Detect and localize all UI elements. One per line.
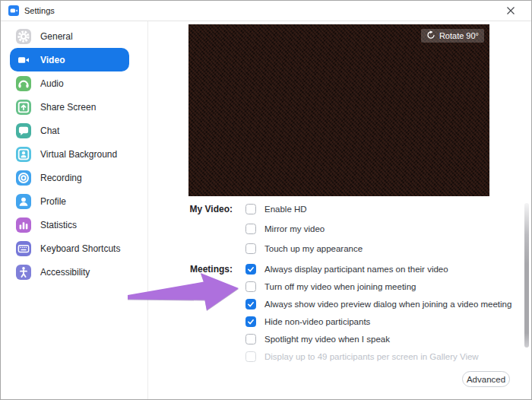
bar-chart-icon xyxy=(16,217,31,233)
keyboard-icon xyxy=(16,241,31,256)
gear-icon xyxy=(16,29,31,44)
sidebar-list: General Video Audio Share Screen Chat Vi… xyxy=(1,24,147,284)
close-button[interactable] xyxy=(499,2,522,20)
checkbox[interactable] xyxy=(245,334,256,344)
record-icon xyxy=(16,170,31,186)
checkbox-row-spotlight-my-video-when-i-speak[interactable]: Spotlight my video when I speak xyxy=(245,334,511,344)
checkbox[interactable] xyxy=(245,224,256,234)
my-video-section: My Video: Enable HD Mirror my video Touc… xyxy=(150,204,363,254)
settings-sidebar: General Video Audio Share Screen Chat Vi… xyxy=(1,21,148,399)
checkbox[interactable] xyxy=(245,351,256,362)
checkbox[interactable] xyxy=(245,204,256,214)
headphones-icon xyxy=(16,76,31,91)
sidebar-item-virtual-background[interactable]: Virtual Background xyxy=(10,142,129,166)
sidebar-item-profile[interactable]: Profile xyxy=(10,189,129,213)
checkbox-row-always-show-video-preview-dialog-when-jo[interactable]: Always show video preview dialog when jo… xyxy=(245,299,511,310)
sidebar-item-audio[interactable]: Audio xyxy=(10,71,129,95)
chat-bubble-icon xyxy=(16,123,31,138)
advanced-button[interactable]: Advanced xyxy=(462,371,510,387)
checkbox[interactable] xyxy=(245,243,256,254)
checkbox-row-mirror-my-video[interactable]: Mirror my video xyxy=(245,224,363,234)
video-preview: Rotate 90° xyxy=(188,24,489,196)
checkbox-row-hide-non-video-participants[interactable]: Hide non-video participants xyxy=(245,316,511,327)
sidebar-item-chat[interactable]: Chat xyxy=(10,119,129,142)
checkbox[interactable] xyxy=(245,281,256,292)
checkbox-row-always-display-participant-names-on-thei[interactable]: Always display participant names on thei… xyxy=(245,264,511,275)
sidebar-item-statistics[interactable]: Statistics xyxy=(10,213,129,237)
my-video-section-label: My Video: xyxy=(150,204,245,254)
rotate-90-button[interactable]: Rotate 90° xyxy=(421,29,484,43)
checkbox[interactable] xyxy=(245,316,256,327)
checkbox[interactable] xyxy=(245,299,256,310)
sidebar-item-recording[interactable]: Recording xyxy=(10,166,129,189)
sidebar-item-share-screen[interactable]: Share Screen xyxy=(10,95,129,119)
window-title: Settings xyxy=(24,6,55,15)
checkbox-row-touch-up-my-appearance[interactable]: Touch up my appearance xyxy=(245,243,363,254)
share-screen-icon xyxy=(16,100,31,115)
sidebar-item-video[interactable]: Video xyxy=(10,48,129,71)
sidebar-item-keyboard-shortcuts[interactable]: Keyboard Shortcuts xyxy=(10,237,129,260)
checkbox-row-turn-off-my-video-when-joining-meeting[interactable]: Turn off my video when joining meeting xyxy=(245,281,511,292)
video-camera-icon xyxy=(16,52,31,68)
accessibility-icon xyxy=(16,265,31,280)
scrollbar-thumb[interactable] xyxy=(524,203,529,348)
sidebar-item-general[interactable]: General xyxy=(10,24,129,48)
rotate-90-label: Rotate 90° xyxy=(439,31,479,40)
checkbox-row-enable-hd[interactable]: Enable HD xyxy=(245,204,363,214)
sidebar-item-accessibility[interactable]: Accessibility xyxy=(10,260,129,284)
meetings-section-label: Meetings: xyxy=(150,264,245,362)
profile-icon xyxy=(16,194,31,209)
checkbox[interactable] xyxy=(245,264,256,275)
my-video-options: Enable HD Mirror my video Touch up my ap… xyxy=(245,204,363,254)
person-frame-icon xyxy=(16,147,31,162)
checkbox-row-display-up-to-49-participants-per-screen[interactable]: Display up to 49 participants per screen… xyxy=(245,351,511,362)
meetings-section: Meetings: Always display participant nam… xyxy=(150,264,511,362)
zoom-app-icon xyxy=(8,5,19,16)
title-bar: Settings xyxy=(1,1,531,21)
meetings-options: Always display participant names on thei… xyxy=(245,264,511,362)
rotate-ccw-icon xyxy=(426,30,435,41)
close-icon xyxy=(506,6,515,15)
